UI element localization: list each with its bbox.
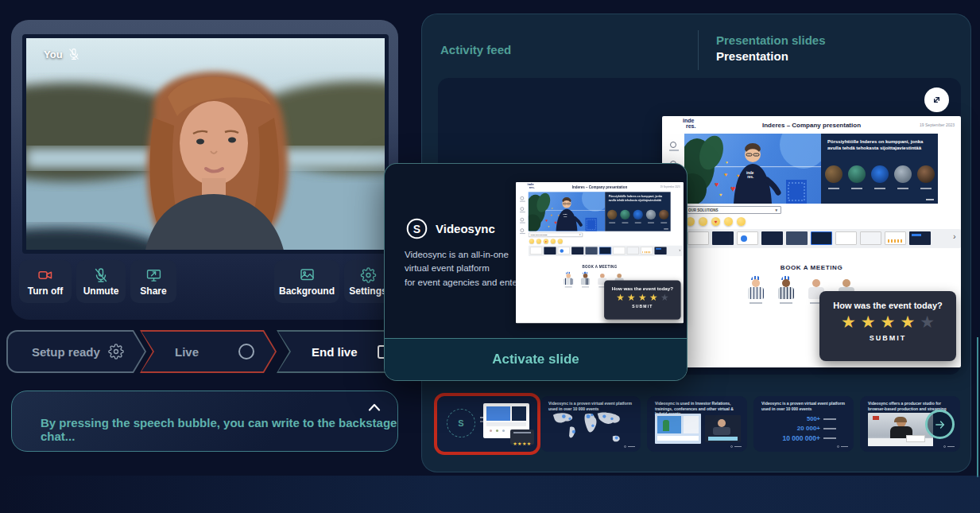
platform-nav-item <box>520 196 525 202</box>
panel-edge-line <box>977 337 978 477</box>
meeting-host-avatar <box>579 271 591 291</box>
unmute-button[interactable]: Unmute <box>76 260 126 303</box>
app-root: You Turn off <box>0 0 980 513</box>
activate-slide-button[interactable]: Activate slide <box>385 338 687 380</box>
share-screen-button[interactable]: Share <box>130 260 176 303</box>
star-icon[interactable]: ★ <box>660 293 669 302</box>
studio-photo <box>868 413 933 446</box>
participant-name-tag: You <box>44 48 80 60</box>
meeting-host-avatar <box>776 275 796 310</box>
gear-icon <box>360 267 377 283</box>
videosync-watermark <box>943 445 955 448</box>
world-map-graphic <box>547 409 634 449</box>
heart-icon: ♥ <box>554 220 557 225</box>
rating-stars[interactable]: ★ ★ ★ ★ ★ <box>604 293 680 302</box>
live-label: Live <box>175 345 199 359</box>
chevron-up-icon[interactable] <box>367 402 382 412</box>
mini-slide <box>613 247 625 255</box>
star-icon[interactable]: ★ <box>616 293 625 302</box>
turn-off-camera-button[interactable]: Turn off <box>19 260 72 303</box>
stage-step-setup[interactable]: Setup ready <box>6 330 146 373</box>
slide-thumb-stats[interactable]: Videosync is a proven virtual event plat… <box>753 396 854 452</box>
gear-icon <box>108 344 124 359</box>
rating-question: How was the event today? <box>604 286 680 291</box>
tab-activity-feed[interactable]: Activity feed <box>440 43 511 56</box>
heart-icon: ♥ <box>719 192 722 197</box>
slide-content-panel: Pörssiyhtiölle Inderes on kumppani, jonk… <box>821 134 938 204</box>
backstage-hint-box[interactable]: By pressing the speech bubble, you can w… <box>11 391 398 452</box>
stat-label-bar <box>823 428 836 429</box>
caption-bar <box>609 222 615 223</box>
panel-logo-mark <box>664 228 668 229</box>
book-a-meeting-heading: BOOK A MEETING <box>516 265 684 269</box>
next-slides-button[interactable] <box>925 410 955 439</box>
caption-bar <box>851 188 862 189</box>
share-label: Share <box>140 286 166 297</box>
reaction-emoji <box>558 239 563 243</box>
caret-down-icon: ▾ <box>775 208 777 212</box>
webcam-video: You <box>22 34 389 254</box>
tab-presentation-slides[interactable]: Presentation slides <box>716 33 826 47</box>
expand-icon <box>930 93 943 107</box>
slide-platform: inde res. Inderes – Company presentation… <box>662 116 961 367</box>
presenter-video-region: inde res. ♥ ♥ ♥ ♥ ♥ ♥ <box>684 134 821 204</box>
rating-question: How was the event today? <box>819 301 956 310</box>
slide-thumb-intro[interactable]: S ★★★★ <box>437 396 537 452</box>
arrow-right-icon <box>932 417 947 433</box>
stat-row: 500+ <box>771 415 836 422</box>
star-icon[interactable]: ★ <box>649 293 658 302</box>
reaction-emoji <box>551 239 556 243</box>
star-icon[interactable]: ★ <box>627 293 636 302</box>
rating-submit-button[interactable]: SUBMIT <box>819 334 956 342</box>
rating-submit-button[interactable]: SUBMIT <box>604 305 680 309</box>
mini-slide <box>786 231 808 245</box>
caret-down-icon: ▾ <box>579 234 580 236</box>
solutions-dropdown: OUR SOLUTIONS ▾ <box>684 206 781 214</box>
stage-step-live[interactable]: Live <box>140 330 277 373</box>
slide-date: 19 September 2023 <box>920 122 955 127</box>
mic-off-icon <box>68 48 80 60</box>
videosync-circle-logo: S <box>447 409 475 437</box>
mini-slide <box>641 247 653 255</box>
reaction-emoji <box>737 217 746 226</box>
videosync-watermark <box>624 445 635 448</box>
star-icon[interactable]: ★ <box>881 313 896 330</box>
star-icon[interactable]: ★ <box>841 313 856 330</box>
videosync-watermark <box>730 445 742 448</box>
mini-slide <box>712 231 734 245</box>
heart-icon: ♥ <box>730 185 736 193</box>
caption-bar <box>897 188 908 189</box>
mini-slide <box>530 247 542 255</box>
rating-stars[interactable]: ★ ★ ★ ★ ★ <box>819 313 956 330</box>
solution-photo <box>620 210 629 220</box>
reaction-emoji <box>536 239 541 243</box>
solution-photo <box>659 210 668 220</box>
stat-row: 10 000 000+ <box>771 434 836 442</box>
expand-button[interactable] <box>924 87 949 112</box>
stat-value: 500+ <box>771 415 820 422</box>
heart-icon: ♥ <box>715 181 719 188</box>
star-icon[interactable]: ★ <box>920 313 935 330</box>
star-icon[interactable]: ★ <box>900 313 915 330</box>
tab-divider <box>698 30 699 70</box>
slide-thumb-usecases[interactable]: Videosync is used in Investor Relations,… <box>647 396 747 452</box>
reaction-emoji <box>724 217 733 226</box>
mini-slide <box>627 247 639 255</box>
slide-panel-heading: Pörssiyhtiölle Inderes on kumppani, jonk… <box>609 195 667 202</box>
heart-icon: ♥ <box>551 213 552 216</box>
panel-logo-mark <box>926 199 934 200</box>
mini-screenshot <box>705 415 741 442</box>
slide-thumb-map[interactable]: Videosync is a proven virtual event plat… <box>540 396 641 452</box>
meeting-host-avatar <box>563 271 575 291</box>
heart-icon: ♥ <box>724 172 727 177</box>
background-button[interactable]: Background <box>274 260 339 303</box>
mic-off-icon <box>93 267 109 283</box>
videosync-brand-name: Videosync <box>436 222 495 235</box>
inderes-logo: inde res. <box>528 184 535 189</box>
star-icon[interactable]: ★ <box>638 293 647 302</box>
solutions-label: OUR SOLUTIONS <box>688 208 719 212</box>
star-icon[interactable]: ★ <box>861 313 876 330</box>
mini-screenshot <box>655 414 701 444</box>
stat-value: 20 000+ <box>771 425 820 432</box>
mini-rating-chip: ★★★★ <box>510 429 534 445</box>
